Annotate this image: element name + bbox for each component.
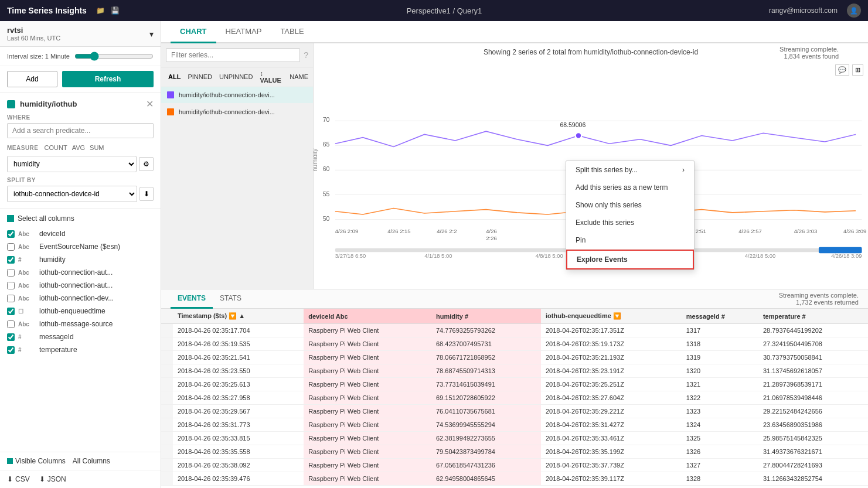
gear-button[interactable]: ⚙ bbox=[139, 157, 154, 171]
context-show-only[interactable]: Show only this series bbox=[566, 196, 694, 214]
cell-messageid: 1317 bbox=[682, 324, 758, 337]
filter-series-input[interactable] bbox=[166, 48, 300, 62]
interval-slider[interactable] bbox=[74, 52, 154, 61]
col-enqueuedtime[interactable]: iothub-enqueuedtime 🔽 bbox=[541, 309, 682, 324]
col-deviceid[interactable]: deviceId Abc bbox=[304, 309, 431, 324]
col-messageid[interactable]: messageId # bbox=[682, 309, 758, 324]
tab-stats[interactable]: STATS bbox=[213, 289, 249, 309]
col-checkbox[interactable] bbox=[7, 308, 15, 315]
col-checkbox[interactable] bbox=[7, 333, 15, 341]
folder-icon[interactable]: 📁 bbox=[96, 6, 105, 15]
filter-row: ? bbox=[161, 43, 313, 67]
col-type: Abc bbox=[18, 295, 36, 302]
col-checkbox[interactable] bbox=[7, 282, 15, 289]
filter-help-icon[interactable]: ? bbox=[304, 50, 308, 60]
cell-messageid: 1324 bbox=[682, 418, 758, 432]
pill-unpinned[interactable]: UNPINNED bbox=[217, 72, 255, 81]
events-status: Streaming events complete. 1,732 events … bbox=[779, 292, 859, 306]
enq-filter-icon[interactable]: 🔽 bbox=[613, 312, 621, 319]
cell-timestamp: 2018-04-26 02:35:27.958 bbox=[173, 391, 304, 405]
where-input[interactable] bbox=[7, 123, 154, 138]
cell-enqueuedtime: 2018-04-26T02:35:35.199Z bbox=[541, 445, 682, 459]
measure-select[interactable]: humidity bbox=[7, 156, 137, 172]
grid-icon-button[interactable]: ⊞ bbox=[852, 64, 863, 76]
sum-option[interactable]: SUM bbox=[90, 144, 104, 151]
svg-text:4/26 2:57: 4/26 2:57 bbox=[738, 228, 761, 234]
env-chevron[interactable]: ▾ bbox=[149, 29, 154, 39]
col-checkbox[interactable] bbox=[7, 295, 15, 302]
streaming-badge: Streaming complete. 1,834 events found bbox=[780, 46, 839, 60]
col-temperature[interactable]: temperature # bbox=[758, 309, 868, 324]
tab-events[interactable]: EVENTS bbox=[171, 289, 213, 309]
tab-chart[interactable]: CHART bbox=[171, 21, 216, 43]
col-name: iothub-connection-aut... bbox=[39, 268, 154, 277]
col-humidity[interactable]: humidity # bbox=[431, 309, 541, 324]
cell-enqueuedtime: 2018-04-26T02:35:19.173Z bbox=[541, 337, 682, 351]
sort-value[interactable]: ↕ VALUE bbox=[260, 70, 284, 84]
sort-name[interactable]: NAME bbox=[290, 73, 308, 80]
cell-timestamp: 2018-04-26 02:35:17.704 bbox=[173, 324, 304, 337]
series-item[interactable]: humidity/iothub-connection-devi... bbox=[161, 104, 313, 121]
refresh-button[interactable]: Refresh bbox=[62, 71, 154, 87]
save-icon[interactable]: 💾 bbox=[111, 6, 120, 15]
count-option[interactable]: COUNT bbox=[45, 144, 67, 151]
cell-temperature: 21.28973968539171 bbox=[758, 378, 868, 391]
json-button[interactable]: ⬇ JSON bbox=[39, 475, 66, 483]
add-button[interactable]: Add bbox=[7, 71, 57, 87]
col-item: ☐iothub-enqueuedtime bbox=[0, 305, 161, 318]
context-add-new-term[interactable]: Add this series as a new term bbox=[566, 179, 694, 196]
col-checkbox[interactable] bbox=[7, 346, 15, 354]
svg-text:2:26: 2:26 bbox=[486, 235, 496, 241]
cell-timestamp: 2018-04-26 02:35:39.476 bbox=[173, 472, 304, 486]
col-name: EventSourceName ($esn) bbox=[39, 243, 154, 251]
download-button[interactable]: ⬇ bbox=[139, 187, 154, 201]
all-columns-label[interactable]: All Columns bbox=[73, 457, 110, 465]
col-checkbox[interactable] bbox=[7, 230, 15, 238]
cell-temperature: 30.73793750058841 bbox=[758, 351, 868, 364]
context-exclude[interactable]: Exclude this series bbox=[566, 214, 694, 231]
cell-enqueuedtime: 2018-04-26T02:35:39.117Z bbox=[541, 472, 682, 486]
svg-text:3/27/18 6:50: 3/27/18 6:50 bbox=[335, 252, 366, 259]
visible-columns-label[interactable]: Visible Columns bbox=[7, 457, 66, 465]
row-scroll bbox=[161, 445, 173, 459]
svg-text:4/26 3:03: 4/26 3:03 bbox=[794, 228, 817, 234]
series-item[interactable]: humidity/iothub-connection-devi... bbox=[161, 87, 313, 104]
interval-label: Interval size: 1 Minute bbox=[7, 53, 70, 60]
tab-heatmap[interactable]: HEATMAP bbox=[216, 21, 271, 43]
term-block: humidity/iothub ✕ WHERE MEASURE COUNT AV… bbox=[0, 93, 161, 209]
context-pin[interactable]: Pin bbox=[566, 231, 694, 249]
split-select[interactable]: iothub-connection-device-id bbox=[7, 186, 137, 202]
context-split[interactable]: Split this series by...› bbox=[566, 161, 694, 179]
app-title: Time Series Insights bbox=[7, 6, 87, 15]
left-panel: rvtsi Last 60 Mins, UTC ▾ Interval size:… bbox=[0, 21, 161, 488]
events-tabs: EVENTS STATS Streaming events complete. … bbox=[161, 289, 868, 309]
avg-option[interactable]: AVG bbox=[72, 144, 85, 151]
split-by-label: SPLIT BY bbox=[7, 177, 154, 183]
term-name: humidity/iothub bbox=[20, 100, 141, 108]
context-explore-events[interactable]: Explore Events bbox=[566, 250, 694, 269]
col-checkbox[interactable] bbox=[7, 243, 15, 251]
events-table-wrap: Timestamp ($ts) 🔽 ▲ deviceId Abc humidit… bbox=[161, 309, 868, 488]
user-avatar[interactable]: 👤 bbox=[847, 4, 861, 18]
ts-filter-icon[interactable]: 🔽 bbox=[229, 312, 237, 319]
cell-enqueuedtime: 2018-04-26T02:35:25.251Z bbox=[541, 378, 682, 391]
table-row: 2018-04-26 02:35:17.704 Raspberry Pi Web… bbox=[161, 324, 868, 337]
cell-deviceid: Raspberry Pi Web Client bbox=[304, 445, 431, 459]
pill-pinned[interactable]: PINNED bbox=[185, 72, 215, 81]
center-title: Perspective1 / Query1 bbox=[407, 6, 482, 15]
tab-table[interactable]: TABLE bbox=[271, 21, 313, 43]
cell-timestamp: 2018-04-26 02:35:21.541 bbox=[173, 351, 304, 364]
term-close[interactable]: ✕ bbox=[146, 98, 154, 110]
svg-text:4/1/18 5:00: 4/1/18 5:00 bbox=[424, 252, 452, 259]
csv-button[interactable]: ⬇ CSV bbox=[7, 475, 30, 483]
col-timestamp[interactable]: Timestamp ($ts) 🔽 ▲ bbox=[173, 309, 304, 324]
cell-deviceid: Raspberry Pi Web Client bbox=[304, 351, 431, 364]
pill-all[interactable]: ALL bbox=[166, 72, 183, 81]
comment-icon-button[interactable]: 💬 bbox=[835, 64, 849, 76]
col-checkbox[interactable] bbox=[7, 320, 15, 328]
svg-text:4/26 3:09: 4/26 3:09 bbox=[843, 228, 866, 234]
col-checkbox[interactable] bbox=[7, 269, 15, 277]
json-down-icon: ⬇ bbox=[39, 475, 45, 483]
col-checkbox[interactable] bbox=[7, 256, 15, 264]
select-all-label[interactable]: Select all columns bbox=[18, 214, 74, 223]
